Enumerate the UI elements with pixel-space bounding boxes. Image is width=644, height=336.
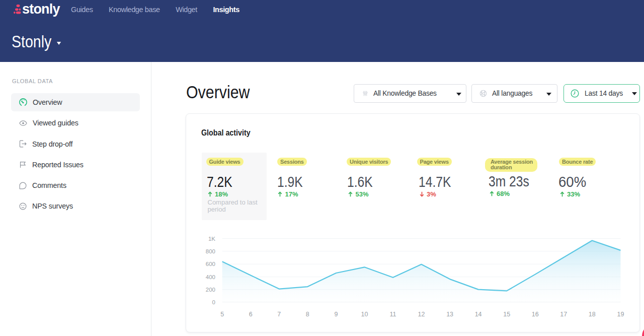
- svg-text:7: 7: [277, 311, 281, 318]
- svg-text:12: 12: [418, 311, 425, 318]
- svg-text:16: 16: [532, 311, 539, 318]
- svg-text:18: 18: [589, 311, 596, 318]
- svg-text:14: 14: [475, 311, 482, 318]
- svg-text:600: 600: [206, 261, 215, 267]
- svg-text:800: 800: [206, 248, 215, 254]
- svg-text:10: 10: [361, 311, 368, 318]
- svg-text:0: 0: [212, 299, 215, 305]
- svg-text:200: 200: [206, 287, 215, 293]
- svg-text:17: 17: [560, 311, 567, 318]
- svg-text:9: 9: [334, 311, 338, 318]
- svg-text:19: 19: [617, 311, 624, 318]
- svg-text:1K: 1K: [208, 236, 215, 242]
- svg-text:13: 13: [446, 311, 453, 318]
- svg-text:15: 15: [503, 311, 510, 318]
- svg-text:8: 8: [306, 311, 309, 318]
- svg-text:6: 6: [249, 311, 253, 318]
- svg-text:400: 400: [206, 274, 215, 280]
- svg-text:5: 5: [220, 311, 224, 318]
- svg-text:11: 11: [390, 311, 396, 318]
